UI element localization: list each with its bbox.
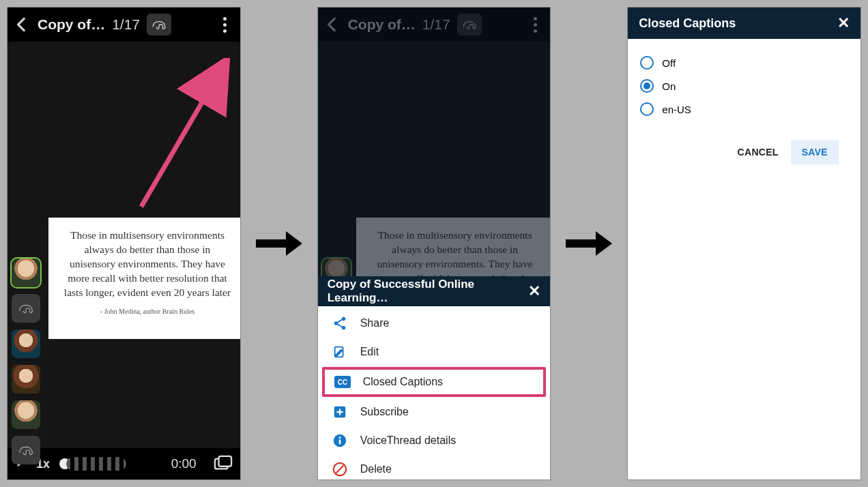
bottom-sheet: Copy of Successful Online Learning… ✕ Sh… <box>318 276 551 479</box>
modal-actions: CANCEL SAVE <box>640 121 848 164</box>
kebab-menu-icon[interactable] <box>216 15 235 34</box>
cancel-button[interactable]: CANCEL <box>734 140 783 164</box>
edit-icon <box>332 344 348 360</box>
layers-icon[interactable] <box>213 455 233 473</box>
player-footer: 1x 0:00 <box>8 448 240 479</box>
svg-point-5 <box>341 326 345 330</box>
menu-item-details[interactable]: VoiceThread details <box>318 426 551 455</box>
menu-label: Subscribe <box>360 406 409 418</box>
step-arrow-icon <box>255 227 304 260</box>
info-icon <box>332 432 348 449</box>
player-body: Those in multisensory environments alway… <box>8 42 240 448</box>
save-button[interactable]: SAVE <box>791 140 839 164</box>
player-title: Copy of… <box>38 16 105 33</box>
avatar[interactable] <box>12 259 40 287</box>
modal-header: Closed Captions ✕ <box>628 8 860 39</box>
radio-option-off[interactable]: Off <box>640 51 848 74</box>
slide-byline: - John Medina, author Brain Rules <box>61 307 234 316</box>
close-icon[interactable]: ✕ <box>837 14 850 32</box>
delete-icon <box>332 461 348 477</box>
slide-card: Those in multisensory environments alway… <box>48 218 241 339</box>
menu-item-edit[interactable]: Edit <box>318 338 551 366</box>
svg-point-3 <box>334 321 338 325</box>
menu-label: Edit <box>360 346 379 358</box>
radio-label: en-US <box>662 104 691 115</box>
svg-line-0 <box>141 66 223 207</box>
radio-option-on[interactable]: On <box>640 74 848 98</box>
svg-text:CC: CC <box>337 379 347 386</box>
radio-icon[interactable] <box>640 56 654 70</box>
avatar-rail <box>12 259 40 464</box>
avatar[interactable] <box>12 294 40 323</box>
avatar[interactable] <box>12 329 40 358</box>
player: Copy of… 1/17 Those in mu <box>8 8 240 479</box>
svg-rect-2 <box>218 456 231 467</box>
slide-counter: 1/17 <box>112 16 140 33</box>
modal-body: Off On en-US CANCEL SAVE <box>628 39 860 164</box>
modal-title: Closed Captions <box>639 16 736 31</box>
menu-label: Closed Captions <box>363 376 443 388</box>
menu-label: Delete <box>360 463 392 475</box>
panel-player: Copy of… 1/17 Those in mu <box>7 7 241 480</box>
share-icon <box>332 315 348 331</box>
sheet-title: Copy of Successful Online Learning… <box>328 278 529 305</box>
step-arrow-icon <box>564 227 613 260</box>
svg-line-14 <box>336 466 343 473</box>
player-header: Copy of… 1/17 <box>8 8 240 42</box>
time-display: 0:00 <box>171 456 197 471</box>
menu-item-closed-captions[interactable]: CC Closed Captions <box>322 367 547 397</box>
radio-icon[interactable] <box>640 102 654 116</box>
slide-text: Those in multisensory environments alway… <box>61 228 234 300</box>
avatar[interactable] <box>12 436 40 464</box>
back-icon[interactable] <box>13 16 31 33</box>
svg-point-11 <box>338 437 341 439</box>
cc-icon: CC <box>334 374 351 390</box>
sheet-header: Copy of Successful Online Learning… ✕ <box>318 276 551 306</box>
menu-label: Share <box>360 317 390 329</box>
menu-label: VoiceThread details <box>360 434 457 447</box>
radio-label: Off <box>662 57 676 69</box>
svg-point-4 <box>341 317 345 321</box>
panel-menu: Copy of… 1/17 Those in multisensory envi… <box>317 7 551 480</box>
menu-item-share[interactable]: Share <box>318 309 551 338</box>
panel-cc-modal: Closed Captions ✕ Off On en-US CANCEL SA… <box>627 7 861 480</box>
close-icon[interactable]: ✕ <box>528 282 540 300</box>
avatar[interactable] <box>12 400 40 429</box>
subscribe-icon <box>332 404 348 420</box>
radio-icon[interactable] <box>640 79 654 93</box>
menu-item-subscribe[interactable]: Subscribe <box>318 398 551 426</box>
scrubber[interactable] <box>59 457 126 471</box>
thread-thumbnail[interactable] <box>147 14 171 35</box>
radio-label: On <box>662 80 676 92</box>
avatar[interactable] <box>12 365 40 394</box>
scrubber-track[interactable] <box>66 457 126 471</box>
annotation-arrow-icon <box>136 58 238 222</box>
sheet-list: Share Edit CC Closed Captions Subscribe <box>318 306 551 480</box>
svg-rect-12 <box>338 439 341 444</box>
menu-item-delete[interactable]: Delete <box>318 455 551 480</box>
radio-option-enus[interactable]: en-US <box>640 98 848 121</box>
